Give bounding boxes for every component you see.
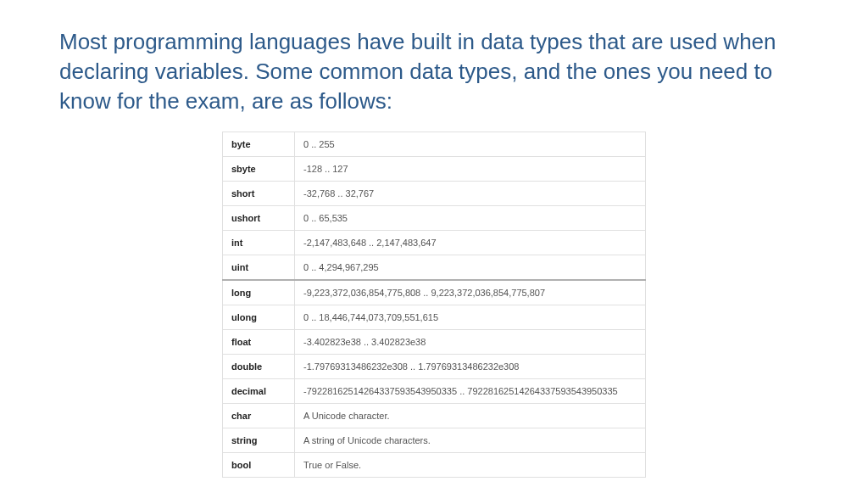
type-range: -32,768 .. 32,767 (295, 182, 646, 206)
type-name: long (223, 280, 295, 305)
type-range: A string of Unicode characters. (295, 428, 646, 453)
table-row: sbyte -128 .. 127 (223, 157, 646, 182)
type-range: A Unicode character. (295, 404, 646, 428)
table-row: string A string of Unicode characters. (223, 428, 646, 453)
table-row: float -3.402823e38 .. 3.402823e38 (223, 330, 646, 355)
type-name: int (223, 231, 295, 255)
type-name: string (223, 428, 295, 453)
table-row: ulong 0 .. 18,446,744,073,709,551,615 (223, 305, 646, 330)
type-name: sbyte (223, 157, 295, 182)
type-range: -79228162514264337593543950335 .. 792281… (295, 379, 646, 404)
table-row: long -9,223,372,036,854,775,808 .. 9,223… (223, 280, 646, 305)
type-name: short (223, 182, 295, 206)
type-range: -2,147,483,648 .. 2,147,483,647 (295, 231, 646, 255)
type-name: float (223, 330, 295, 355)
type-range: 0 .. 65,535 (295, 206, 646, 231)
type-name: ushort (223, 206, 295, 231)
table-row: decimal -79228162514264337593543950335 .… (223, 379, 646, 404)
table-row: bool True or False. (223, 453, 646, 478)
table-row: char A Unicode character. (223, 404, 646, 428)
type-range: -3.402823e38 .. 3.402823e38 (295, 330, 646, 355)
type-name: bool (223, 453, 295, 478)
type-range: 0 .. 4,294,967,295 (295, 255, 646, 281)
type-range: -128 .. 127 (295, 157, 646, 182)
table-row: ushort 0 .. 65,535 (223, 206, 646, 231)
type-name: char (223, 404, 295, 428)
type-range: 0 .. 18,446,744,073,709,551,615 (295, 305, 646, 330)
table-row: double -1.79769313486232e308 .. 1.797693… (223, 355, 646, 379)
type-name: ulong (223, 305, 295, 330)
table-row: int -2,147,483,648 .. 2,147,483,647 (223, 231, 646, 255)
type-range: 0 .. 255 (295, 132, 646, 157)
type-range: True or False. (295, 453, 646, 478)
type-name: decimal (223, 379, 295, 404)
type-name: byte (223, 132, 295, 157)
type-name: uint (223, 255, 295, 281)
type-range: -1.79769313486232e308 .. 1.7976931348623… (295, 355, 646, 379)
table-row: uint 0 .. 4,294,967,295 (223, 255, 646, 281)
type-range: -9,223,372,036,854,775,808 .. 9,223,372,… (295, 280, 646, 305)
data-types-table: byte 0 .. 255 sbyte -128 .. 127 short -3… (222, 132, 646, 478)
table-container: byte 0 .. 255 sbyte -128 .. 127 short -3… (59, 132, 809, 478)
table-row: byte 0 .. 255 (223, 132, 646, 157)
page-heading: Most programming languages have built in… (59, 27, 809, 116)
table-row: short -32,768 .. 32,767 (223, 182, 646, 206)
type-name: double (223, 355, 295, 379)
